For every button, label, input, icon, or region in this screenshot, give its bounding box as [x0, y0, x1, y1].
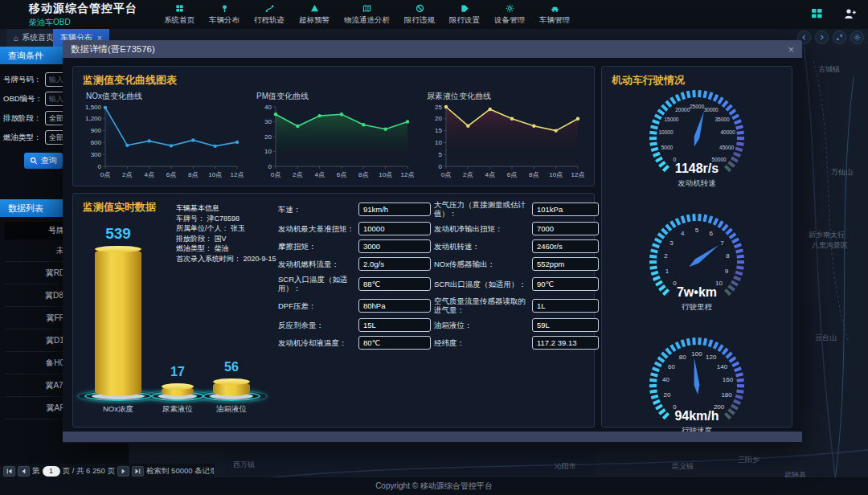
page-input[interactable]: 1: [43, 466, 60, 477]
field-input[interactable]: 2460r/s: [532, 239, 599, 253]
svg-text:25000: 25000: [690, 104, 704, 109]
svg-text:25: 25: [435, 104, 442, 111]
expand-icon[interactable]: [833, 31, 846, 44]
page-prefix: 第: [32, 466, 40, 477]
modal-header: 数据详情(晋E73576) ×: [63, 40, 802, 58]
svg-text:900: 900: [91, 127, 102, 134]
field-label: DPF压差：: [278, 301, 355, 310]
map-place-label: 崇义镇: [672, 461, 694, 472]
nav-item-2[interactable]: 行程轨迹: [247, 4, 292, 26]
nav-item-1[interactable]: 车辆分布: [202, 4, 247, 26]
svg-text:4点: 4点: [144, 171, 154, 178]
field-label: 大气压力（直接测量或估计值）：: [434, 200, 529, 218]
nav-item-8[interactable]: 车辆管理: [532, 4, 577, 26]
field-label: SCR出口温度（如适用）：: [434, 280, 529, 288]
vehicle-info-row: 车牌号： 津C78598: [176, 214, 280, 224]
field-label: 发动机冷却液温度：: [278, 338, 355, 347]
svg-text:7w•km: 7w•km: [677, 285, 717, 299]
chart-title: NOx值变化曲线: [86, 91, 248, 102]
svg-text:40: 40: [662, 376, 669, 383]
svg-text:5000: 5000: [661, 145, 674, 150]
svg-text:6点: 6点: [507, 171, 517, 178]
map-place-label: 西万镇: [233, 460, 255, 470]
field-input[interactable]: 59L: [532, 318, 599, 332]
search-icon: [30, 157, 38, 165]
svg-text:6: 6: [709, 230, 713, 237]
field-label: 发动机燃料流量：: [278, 260, 355, 268]
field-label: 发动机转速：: [434, 242, 529, 251]
field-input[interactable]: 101kPa: [532, 202, 599, 216]
cylinder-bar: [213, 381, 250, 396]
svg-text:0: 0: [439, 163, 443, 170]
svg-text:45000: 45000: [719, 145, 734, 150]
svg-text:发动机转速: 发动机转速: [678, 178, 716, 187]
gauge-2: 02040608010012014016018020094km/h行驶速度: [602, 337, 792, 444]
grid-menu-icon[interactable]: [811, 7, 823, 19]
nav-item-3[interactable]: 超标预警: [292, 4, 337, 26]
field-label: 发动机净输出扭矩：: [434, 224, 529, 233]
gear-icon: [506, 4, 514, 14]
field-input[interactable]: 90℃: [532, 277, 599, 291]
gear-icon[interactable]: [850, 31, 864, 44]
field-input[interactable]: 15L: [358, 318, 431, 332]
map-place-label: 云台山: [815, 333, 837, 343]
svg-text:10点: 10点: [208, 171, 222, 178]
svg-text:40000: 40000: [720, 129, 735, 135]
svg-text:4点: 4点: [314, 171, 324, 178]
svg-text:35000: 35000: [715, 117, 730, 122]
last-page-button[interactable]: [132, 466, 144, 477]
chart-title: PM值变化曲线: [256, 91, 419, 102]
nav-item-5[interactable]: 限行违规: [397, 4, 442, 26]
bar-value: 539: [84, 225, 152, 243]
realtime-panel: 监测值实时数据 539NOx浓度17尿素液位56油箱液位 车辆基本信息车牌号： …: [72, 193, 595, 428]
field-input[interactable]: 117.2 39.13: [532, 336, 599, 350]
home-small-icon: ⌂: [14, 34, 18, 43]
field-input[interactable]: 3000: [358, 239, 431, 253]
field-input[interactable]: 91km/h: [358, 202, 431, 216]
map-place-label: 古城镇: [818, 64, 840, 75]
map-place-label: 万仙山: [831, 167, 853, 178]
svg-text:40: 40: [264, 104, 272, 111]
prev-page-button[interactable]: [18, 466, 30, 477]
svg-text:6点: 6点: [337, 171, 346, 178]
modal-close-icon[interactable]: ×: [788, 43, 794, 55]
field-input[interactable]: 88℃: [358, 277, 431, 291]
modal-scrollbar[interactable]: [63, 432, 802, 442]
search-button[interactable]: 查询: [24, 153, 63, 169]
field-input[interactable]: 80℃: [358, 336, 431, 350]
field-input[interactable]: 7000: [532, 222, 599, 235]
svg-text:10: 10: [264, 148, 272, 155]
field-label: NOx传感器输出：: [434, 260, 529, 268]
user-add-icon[interactable]: [844, 8, 857, 19]
field-input[interactable]: 10000: [358, 222, 431, 235]
field-input[interactable]: 80hPa: [358, 299, 431, 313]
svg-text:2点: 2点: [463, 171, 473, 178]
field-input[interactable]: 552ppm: [532, 257, 599, 271]
line-chart-0: NOx值变化曲线03006009001,2001,5000点2点4点6点8点10…: [78, 89, 248, 189]
nav-item-6[interactable]: 限行设置: [442, 4, 487, 26]
charts-panel: 监测值变化曲线图表 NOx值变化曲线03006009001,2001,5000点…: [72, 66, 595, 186]
first-page-button[interactable]: [3, 466, 15, 477]
svg-text:行驶里程: 行驶里程: [682, 302, 713, 311]
nav-item-4[interactable]: 物流通道分析: [337, 4, 397, 26]
field-input[interactable]: 1L: [532, 299, 599, 313]
chev-right-icon[interactable]: [815, 31, 829, 44]
field-input[interactable]: 2.0g/s: [358, 257, 431, 271]
field-label: 经纬度：: [434, 338, 529, 347]
vehicle-info: 车辆基本信息车牌号： 津C78598所属单位/个人： 张玉排放阶段： 国V燃油类…: [176, 203, 280, 264]
cylinder-bar: [162, 386, 194, 396]
svg-text:8: 8: [726, 252, 730, 260]
app-subtitle: 柴油车OBD: [29, 17, 137, 28]
tab-controls: [797, 31, 864, 44]
nav-item-0[interactable]: 系统首页: [157, 4, 202, 26]
svg-text:1: 1: [665, 268, 669, 275]
vehicle-info-row: 排放阶段： 国V: [176, 234, 280, 244]
nav-item-7[interactable]: 设备管理: [487, 4, 532, 26]
main-nav: 系统首页车辆分布行程轨迹超标预警物流通道分析限行违规限行设置设备管理车辆管理: [157, 4, 577, 26]
svg-text:5: 5: [439, 151, 443, 158]
svg-text:60: 60: [668, 363, 675, 370]
next-page-button[interactable]: [117, 466, 129, 477]
map-place-label: 新乡南太行: [809, 230, 845, 240]
svg-text:20000: 20000: [675, 107, 690, 112]
svg-text:12点: 12点: [401, 171, 414, 178]
